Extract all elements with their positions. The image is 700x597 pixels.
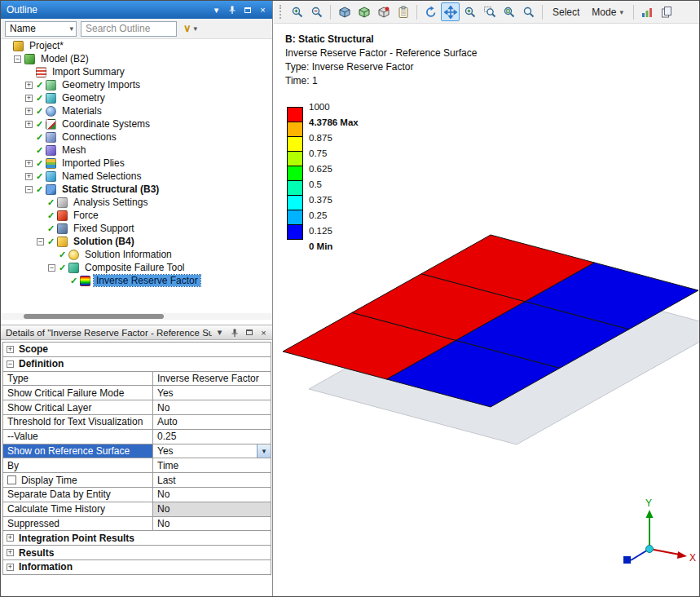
details-label-cell[interactable]: Type <box>3 372 153 386</box>
tree-item-analysis-settings[interactable]: ✓Analysis Settings <box>1 196 272 209</box>
details-row-separate-data-by-entity[interactable]: Separate Data by EntityNo <box>3 488 271 502</box>
details-value-cell[interactable]: No <box>153 502 271 516</box>
tree-item-mesh[interactable]: ✓Mesh <box>1 144 272 157</box>
details-label-cell[interactable]: Show on Reference Surface <box>3 444 153 458</box>
tree-item-model-b2[interactable]: −Model (B2) <box>1 52 272 65</box>
expand-box[interactable]: + <box>25 82 33 89</box>
toolbar-grip[interactable] <box>280 5 283 19</box>
dock-chevron-icon[interactable]: ▾ <box>213 325 227 339</box>
details-label-cell[interactable]: By <box>3 458 153 472</box>
wireframe-view-icon[interactable] <box>374 2 393 21</box>
details-value-cell[interactable]: Inverse Reserve Factor <box>153 372 271 386</box>
details-row-by[interactable]: ByTime <box>3 458 271 473</box>
tree-item-static-structural-b3[interactable]: −✓Static Structural (B3) <box>1 183 272 196</box>
expand-box[interactable]: + <box>25 95 33 102</box>
details-label-cell[interactable]: Suppressed <box>3 517 153 531</box>
look-at-face-icon[interactable] <box>354 2 373 21</box>
tree-item-solution-information[interactable]: ✓Solution Information <box>1 248 272 261</box>
expand-box[interactable]: + <box>7 346 14 353</box>
box-zoom-icon[interactable] <box>480 2 499 21</box>
details-label-cell[interactable]: Display Time <box>3 473 153 487</box>
expand-box[interactable]: + <box>7 564 14 571</box>
details-row-display-time[interactable]: Display TimeLast <box>3 473 271 488</box>
details-row-information[interactable]: +Information <box>3 560 271 575</box>
expand-box[interactable]: + <box>25 173 33 180</box>
manage-views-icon[interactable] <box>658 2 676 21</box>
triad-x-axis[interactable] <box>649 549 680 555</box>
expand-box[interactable]: + <box>7 534 14 542</box>
tree-item-geometry[interactable]: +✓Geometry <box>1 91 272 104</box>
tree-item-solution-b4[interactable]: −✓Solution (B4) <box>1 235 272 248</box>
tree-item-connections[interactable]: ✓Connections <box>1 130 272 144</box>
tree-item-project[interactable]: Project* <box>1 39 272 52</box>
display-time-checkbox[interactable] <box>7 475 16 484</box>
zoom-in-icon[interactable] <box>288 2 306 21</box>
viewport[interactable]: Y X B: Static Structural Inverse Reserve… <box>274 24 700 597</box>
close-icon[interactable]: × <box>257 325 271 339</box>
collapse-box[interactable]: − <box>14 55 21 63</box>
details-value-cell[interactable]: Last <box>153 473 271 487</box>
details-row-value[interactable]: --Value0.25 <box>3 430 271 444</box>
expand-box[interactable]: + <box>7 549 14 556</box>
collapse-box[interactable]: − <box>7 360 14 368</box>
collapse-box[interactable]: − <box>25 186 33 193</box>
details-label-cell[interactable]: Separate Data by Entity <box>3 488 153 502</box>
tree-hscrollbar-thumb[interactable] <box>24 314 164 319</box>
tree-item-composite-failure-tool[interactable]: −✓Composite Failure Tool <box>1 261 272 274</box>
zoom-out-icon[interactable] <box>307 2 326 21</box>
details-label-cell[interactable]: --Value <box>3 430 153 444</box>
mode-dropdown[interactable]: Mode ▾ <box>586 3 629 21</box>
tree-item-fixed-support[interactable]: ✓Fixed Support <box>1 222 272 235</box>
tree-item-materials[interactable]: +✓Materials <box>1 104 272 117</box>
details-row-show-critical-failure-mode[interactable]: Show Critical Failure ModeYes <box>3 386 271 400</box>
details-row-results[interactable]: +Results <box>3 546 271 560</box>
expand-collapse-button[interactable]: ∨▾ <box>181 21 200 37</box>
details-row-show-critical-layer[interactable]: Show Critical LayerNo <box>3 400 271 415</box>
details-value-cell[interactable]: 0.25 <box>153 430 271 444</box>
details-value-cell[interactable]: Yes <box>153 386 271 400</box>
collapse-box[interactable]: − <box>37 238 44 245</box>
expand-box[interactable]: + <box>25 121 33 128</box>
details-row-threshold-for-text-visualization[interactable]: Threshold for Text VisualizationAuto <box>3 415 271 430</box>
triad[interactable]: Y X <box>623 498 696 564</box>
tree-item-named-selections[interactable]: +✓Named Selections <box>1 170 272 183</box>
selection-information-icon[interactable] <box>638 2 657 21</box>
details-row-suppressed[interactable]: SuppressedNo <box>3 517 271 532</box>
tree-item-force[interactable]: ✓Force <box>1 209 272 222</box>
details-value-cell[interactable]: Auto <box>153 415 271 429</box>
magnifier-window-icon[interactable] <box>519 2 538 21</box>
dropdown-button[interactable]: ▾ <box>257 444 271 458</box>
details-row-type[interactable]: TypeInverse Reserve Factor <box>3 372 271 387</box>
maximize-icon[interactable] <box>240 3 254 17</box>
details-value-cell[interactable]: No <box>153 488 271 502</box>
details-row-calculate-time-history[interactable]: Calculate Time HistoryNo <box>3 502 271 517</box>
maximize-icon[interactable] <box>242 325 256 339</box>
pan-icon[interactable] <box>441 2 460 21</box>
details-value-cell[interactable]: No <box>153 517 271 531</box>
tree-item-geometry-imports[interactable]: +✓Geometry Imports <box>1 78 272 91</box>
close-icon[interactable]: × <box>256 3 270 17</box>
details-row-scope[interactable]: +Scope <box>3 343 271 357</box>
details-label-cell[interactable]: Threshold for Text Visualization <box>3 415 153 429</box>
tree-item-inverse-reserve-factor[interactable]: ✓Inverse Reserve Factor <box>1 274 272 287</box>
name-filter-dropdown[interactable]: Name ▾ <box>5 21 77 37</box>
details-row-definition[interactable]: −Definition <box>3 357 271 372</box>
details-label-cell[interactable]: Calculate Time History <box>3 502 153 516</box>
fit-view-icon[interactable] <box>500 2 518 21</box>
expand-box[interactable]: + <box>25 160 33 167</box>
dock-chevron-icon[interactable]: ▾ <box>209 3 223 17</box>
details-label-cell[interactable]: Show Critical Failure Mode <box>3 386 153 400</box>
details-value-cell[interactable]: Time <box>153 458 271 472</box>
select-button[interactable]: Select <box>547 3 585 21</box>
details-label-cell[interactable]: Show Critical Layer <box>3 400 153 414</box>
tree-item-imported-plies[interactable]: +✓Imported Plies <box>1 157 272 170</box>
details-value-cell[interactable]: Yes▾ <box>153 444 271 458</box>
expand-box[interactable]: + <box>25 108 33 115</box>
tree-item-coordinate-systems[interactable]: +✓Coordinate Systems <box>1 117 272 130</box>
details-value-cell[interactable]: No <box>153 400 271 414</box>
details-row-integration-point-results[interactable]: +Integration Point Results <box>3 531 271 546</box>
pin-icon[interactable] <box>225 3 239 17</box>
snapshot-icon[interactable] <box>394 2 412 21</box>
pin-icon[interactable] <box>227 325 241 339</box>
zoom-mode-icon[interactable] <box>460 2 479 21</box>
